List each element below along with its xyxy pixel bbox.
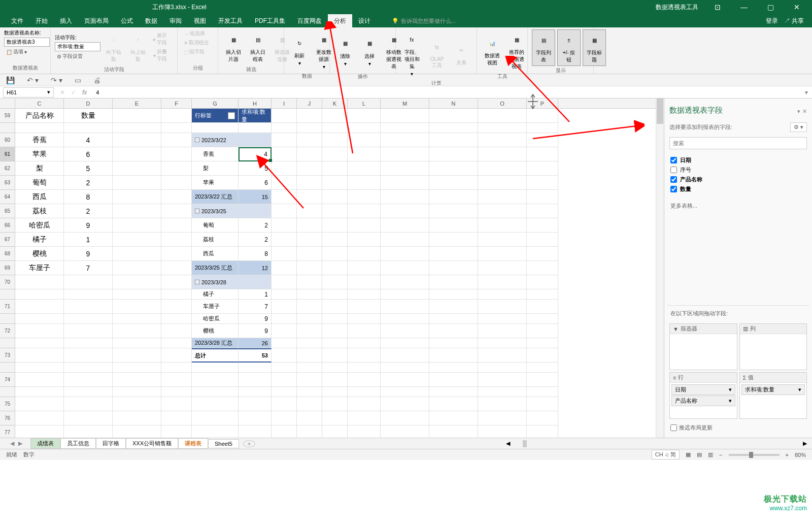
cell[interactable] bbox=[348, 123, 381, 133]
cell[interactable]: 2023/3/22 汇总 bbox=[192, 190, 239, 204]
cell[interactable] bbox=[322, 425, 348, 438]
row-header[interactable]: 74 bbox=[0, 373, 15, 387]
cell[interactable] bbox=[161, 397, 192, 411]
cell[interactable] bbox=[297, 314, 322, 324]
cell[interactable] bbox=[272, 161, 297, 176]
cell[interactable] bbox=[272, 397, 297, 411]
cell[interactable] bbox=[429, 300, 478, 314]
cell[interactable] bbox=[322, 348, 348, 363]
cell[interactable] bbox=[161, 411, 192, 425]
cell[interactable] bbox=[239, 363, 272, 373]
cell[interactable] bbox=[113, 314, 161, 324]
cell[interactable] bbox=[348, 324, 381, 338]
minimize-pane-icon[interactable]: ▾ bbox=[797, 108, 800, 114]
cell[interactable] bbox=[272, 109, 297, 123]
cell[interactable] bbox=[429, 218, 478, 233]
cell[interactable] bbox=[527, 109, 558, 123]
cell[interactable]: 4 bbox=[64, 133, 113, 147]
sheet-tab-2[interactable]: 员工信息 bbox=[60, 438, 96, 449]
login-link[interactable]: 登录 bbox=[766, 17, 778, 25]
select-button[interactable]: ▦选择▾ bbox=[358, 29, 381, 72]
cell[interactable]: 西瓜 bbox=[192, 247, 239, 261]
plus-minus-buttons[interactable]: ±+/- 按钮 bbox=[557, 29, 581, 66]
gear-icon[interactable]: ⚙ ▾ bbox=[790, 122, 807, 132]
cell[interactable] bbox=[64, 363, 113, 373]
cell[interactable] bbox=[348, 233, 381, 247]
row-header[interactable] bbox=[0, 314, 15, 324]
cell-grid[interactable]: 59产品名称数量行标签▾求和项:数量60香蕉4−2023/3/2261苹果6香蕉… bbox=[0, 109, 656, 438]
cell[interactable] bbox=[272, 363, 297, 373]
cell[interactable] bbox=[297, 397, 322, 411]
cell[interactable] bbox=[297, 363, 322, 373]
vertical-scrollbar[interactable] bbox=[656, 98, 664, 438]
undo-icon[interactable]: ↶ ▾ bbox=[27, 76, 39, 84]
cell[interactable] bbox=[297, 133, 322, 147]
cell[interactable] bbox=[161, 190, 192, 204]
cell[interactable] bbox=[478, 397, 527, 411]
cell[interactable] bbox=[478, 218, 527, 233]
cell[interactable] bbox=[322, 411, 348, 425]
row-header[interactable]: 60 bbox=[0, 133, 15, 147]
cell[interactable] bbox=[113, 338, 161, 348]
name-box[interactable]: H61▾ bbox=[3, 87, 54, 97]
cell[interactable] bbox=[322, 324, 348, 338]
cell[interactable] bbox=[381, 161, 429, 176]
enter-icon[interactable]: ✓ bbox=[71, 89, 76, 96]
field-search[interactable] bbox=[669, 137, 807, 149]
cell[interactable]: −2023/3/25 bbox=[192, 204, 239, 218]
cell[interactable] bbox=[113, 147, 161, 161]
cell[interactable] bbox=[64, 348, 113, 363]
print-icon[interactable]: 🖨 bbox=[93, 76, 100, 84]
cell[interactable] bbox=[15, 348, 64, 363]
cell[interactable] bbox=[297, 425, 322, 438]
cell[interactable] bbox=[429, 348, 478, 363]
column-header-D[interactable]: D bbox=[64, 98, 113, 108]
row-header[interactable] bbox=[0, 387, 15, 397]
column-header-L[interactable]: L bbox=[348, 98, 381, 108]
cell[interactable]: 荔枝 bbox=[15, 204, 64, 218]
cell[interactable] bbox=[272, 247, 297, 261]
row-header[interactable]: 76 bbox=[0, 411, 15, 425]
cell[interactable] bbox=[297, 300, 322, 314]
cell[interactable] bbox=[348, 204, 381, 218]
options-button[interactable]: 📋选项 ▾ bbox=[4, 48, 46, 56]
cell[interactable] bbox=[478, 247, 527, 261]
cell[interactable] bbox=[348, 411, 381, 425]
cell[interactable] bbox=[161, 425, 192, 438]
cell[interactable] bbox=[192, 425, 239, 438]
cell[interactable] bbox=[478, 387, 527, 397]
cell[interactable] bbox=[478, 425, 527, 438]
cell[interactable] bbox=[478, 123, 527, 133]
refresh-button[interactable]: ↻刷新▾ bbox=[288, 29, 311, 72]
column-header-E[interactable]: E bbox=[113, 98, 161, 108]
cell[interactable]: 苹果 bbox=[192, 176, 239, 190]
cell[interactable] bbox=[381, 190, 429, 204]
clear-button[interactable]: ▦清除▾ bbox=[334, 29, 356, 72]
cell[interactable] bbox=[527, 300, 558, 314]
cell[interactable]: −2023/3/28 bbox=[192, 275, 239, 289]
cell[interactable] bbox=[297, 338, 322, 348]
cell[interactable]: 荔枝 bbox=[192, 233, 239, 247]
cell[interactable] bbox=[161, 275, 192, 289]
cell[interactable] bbox=[478, 348, 527, 363]
cell[interactable] bbox=[429, 261, 478, 275]
cell[interactable] bbox=[348, 218, 381, 233]
cell[interactable] bbox=[272, 348, 297, 363]
cell[interactable] bbox=[322, 109, 348, 123]
cell[interactable] bbox=[64, 300, 113, 314]
cell[interactable] bbox=[113, 363, 161, 373]
cell[interactable] bbox=[64, 324, 113, 338]
cell[interactable] bbox=[272, 314, 297, 324]
filter-area[interactable]: ▼筛选器 bbox=[669, 323, 737, 370]
row-header[interactable]: 65 bbox=[0, 204, 15, 218]
cell[interactable] bbox=[161, 314, 192, 324]
cell[interactable] bbox=[161, 348, 192, 363]
cell[interactable] bbox=[478, 324, 527, 338]
save-icon[interactable]: 💾 bbox=[6, 76, 15, 84]
defer-layout-row[interactable]: 推迟布局更新 bbox=[667, 421, 809, 435]
cell[interactable] bbox=[15, 324, 64, 338]
cell[interactable] bbox=[478, 147, 527, 161]
cell[interactable]: 樱桃 bbox=[192, 324, 239, 338]
cell[interactable] bbox=[322, 261, 348, 275]
cell[interactable] bbox=[239, 373, 272, 387]
